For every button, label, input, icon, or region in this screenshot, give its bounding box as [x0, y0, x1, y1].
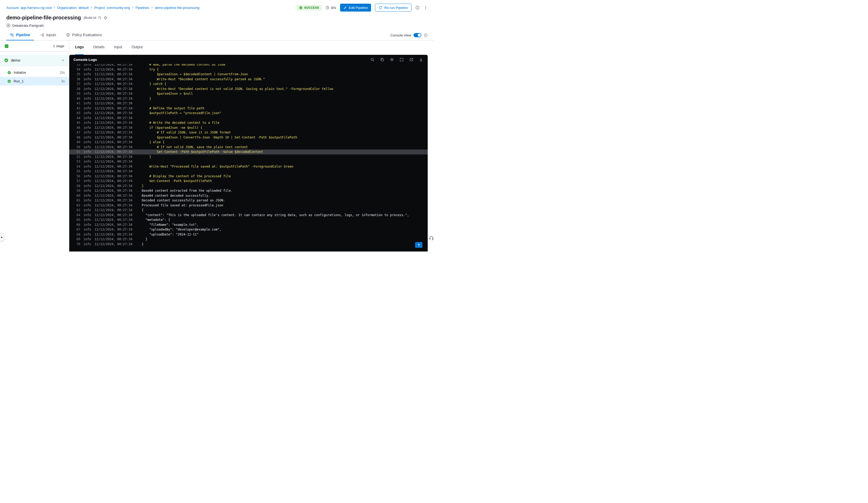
kebab-menu-icon[interactable]	[424, 6, 428, 10]
breadcrumb-link[interactable]: Project: community-eng	[94, 6, 130, 10]
tab-inputs[interactable]: Inputs	[37, 30, 60, 40]
log-level: info	[83, 72, 91, 77]
log-line: 40 info 12/12/2024, 00:27:34 }	[69, 96, 428, 101]
log-line: 45 info 12/12/2024, 00:27:34 # Write the…	[69, 120, 428, 125]
edit-pipeline-button[interactable]: Edit Pipeline	[340, 4, 371, 12]
author: Debabrata Panigrahi	[6, 23, 428, 28]
chevron-up-icon[interactable]	[61, 59, 65, 62]
log-level: info	[83, 116, 91, 120]
log-line-number: 43	[73, 111, 80, 116]
log-level: info	[83, 130, 91, 135]
log-line-number: 41	[73, 101, 80, 106]
log-tab-details[interactable]: Details	[93, 45, 104, 55]
search-icon[interactable]	[371, 58, 374, 62]
log-message: Processed file saved at: processedFile.j…	[142, 203, 223, 208]
log-message: Get-Content -Path $outputFilePath	[142, 179, 212, 184]
log-line: 62 info 12/12/2024, 00:27:34 Processed f…	[69, 203, 428, 208]
log-timestamp: 12/12/2024, 00:27:34	[94, 208, 134, 213]
log-message: "content": "This is the uploaded file's …	[142, 213, 409, 218]
log-level: info	[83, 135, 91, 140]
log-tab-output[interactable]: Output	[132, 45, 143, 55]
log-level: info	[83, 203, 91, 208]
log-timestamp: 12/12/2024, 00:27:34	[94, 222, 134, 227]
log-line-number: 50	[73, 145, 80, 150]
log-line: 51 info 12/12/2024, 00:27:34 Set-Content…	[69, 149, 428, 155]
step-row-run-1[interactable]: Run_1 5s	[0, 77, 69, 85]
step-row-initialize[interactable]: Initialize 23s	[0, 68, 69, 77]
panel-expand-handle[interactable]: ▶	[0, 233, 4, 241]
log-line-number: 44	[73, 116, 80, 120]
log-tab-logs[interactable]: Logs	[75, 45, 84, 55]
log-message: "uploadDate": "2024-12-11"	[142, 232, 199, 237]
console-view-info-icon[interactable]	[424, 33, 428, 37]
log-timestamp: 12/12/2024, 00:27:34	[94, 217, 134, 222]
log-line-number: 60	[73, 193, 80, 198]
log-level: info	[83, 120, 91, 125]
tab-pipeline[interactable]: Pipeline	[6, 30, 34, 40]
scroll-to-top-button[interactable]	[415, 242, 422, 248]
log-message: # Display the content of the processed f…	[142, 174, 231, 179]
breadcrumb-link[interactable]: Organization: default	[57, 6, 89, 10]
log-line-number: 70	[73, 242, 80, 247]
log-level: info	[83, 179, 91, 184]
log-timestamp: 12/12/2024, 00:27:34	[94, 91, 134, 96]
log-tab-input[interactable]: Input	[114, 45, 122, 55]
step-duration: 5s	[61, 80, 65, 83]
console-panel: Console Logs	[69, 55, 428, 251]
log-message: "metadata": {	[142, 217, 170, 222]
log-line-number: 65	[73, 217, 80, 222]
log-message: $parsedJson = $null	[142, 91, 193, 96]
support-headset-icon[interactable]	[429, 235, 434, 242]
log-message: # Write the decoded content to a file	[142, 120, 219, 125]
rerun-pipeline-button[interactable]: Re-run Pipeline	[375, 4, 411, 12]
log-line: 64 info 12/12/2024, 00:27:34 "content": …	[69, 213, 428, 218]
breadcrumb-link[interactable]: demo-pipeline-file-processing	[155, 6, 199, 10]
console-view-toggle[interactable]	[414, 33, 421, 37]
log-level: info	[83, 174, 91, 179]
log-level: info	[83, 86, 91, 92]
log-message: Base64 content decoded successfully.	[142, 193, 210, 198]
clock-icon	[326, 6, 329, 9]
log-line-number: 39	[73, 91, 80, 96]
log-message: Decoded content successfully parsed as J…	[142, 198, 225, 203]
stage-row-demo[interactable]: demo	[0, 55, 69, 66]
breadcrumb-link[interactable]: Account: app-harness-ng-cicd	[6, 6, 52, 10]
duration-indicator: 30s	[326, 6, 336, 10]
log-timestamp: 12/12/2024, 00:27:34	[94, 169, 134, 174]
log-line: 42 info 12/12/2024, 00:27:34 # Define th…	[69, 106, 428, 111]
stage-count-row: 1 stage	[0, 41, 69, 52]
open-in-new-icon[interactable]	[409, 58, 413, 62]
log-scroll-area[interactable]: 33 info 12/12/2024, 00:27:34 # Now, pars…	[69, 64, 428, 251]
fullscreen-icon[interactable]	[400, 58, 404, 62]
breadcrumb-link[interactable]: Pipelines	[135, 6, 149, 10]
log-timestamp: 12/12/2024, 00:27:34	[94, 125, 134, 130]
log-message: } catch {	[142, 82, 166, 86]
log-line: 66 info 12/12/2024, 00:27:34 "fileName":…	[69, 222, 428, 227]
log-level: info	[83, 77, 91, 82]
log-message: Base64 content extracted from the upload…	[142, 188, 233, 193]
settings-icon[interactable]	[390, 58, 394, 62]
copy-icon[interactable]	[380, 58, 384, 62]
log-level: info	[83, 96, 91, 101]
log-message: }	[142, 237, 147, 242]
log-line: 61 info 12/12/2024, 00:27:34 Decoded con…	[69, 198, 428, 203]
execution-info-icon[interactable]	[415, 6, 420, 10]
status-badge: SUCCESS	[297, 5, 322, 10]
log-level: info	[83, 213, 91, 218]
log-timestamp: 12/12/2024, 00:27:34	[94, 164, 134, 169]
log-timestamp: 12/12/2024, 00:27:34	[94, 203, 134, 208]
tag-icon[interactable]	[104, 16, 107, 20]
download-icon[interactable]	[419, 58, 423, 62]
log-timestamp: 12/12/2024, 00:27:34	[94, 86, 134, 92]
breadcrumb-separator: >	[151, 6, 153, 9]
log-line: 60 info 12/12/2024, 00:27:34 Base64 cont…	[69, 193, 428, 198]
log-line-number: 34	[73, 67, 80, 72]
check-circle-icon	[299, 6, 302, 9]
check-circle-icon	[4, 58, 8, 62]
log-line: 70 info 12/12/2024, 00:27:34 }	[69, 242, 428, 247]
tab-policy-evaluations[interactable]: Policy Evaluations	[62, 30, 106, 40]
log-line: 67 info 12/12/2024, 00:27:34 "uploadedBy…	[69, 227, 428, 232]
log-timestamp: 12/12/2024, 00:27:34	[94, 135, 134, 140]
log-timestamp: 12/12/2024, 00:27:34	[94, 179, 134, 184]
log-level: info	[83, 91, 91, 96]
